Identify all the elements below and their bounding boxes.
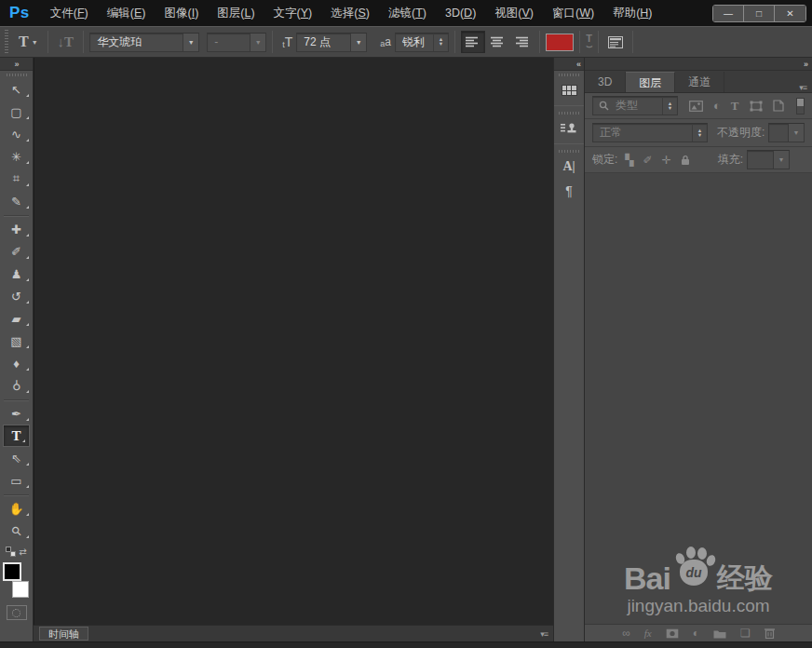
path-selection-tool[interactable]: ⇖ <box>0 447 33 469</box>
filter-toggle-switch[interactable] <box>796 98 805 115</box>
toolbar-grip[interactable] <box>0 71 33 78</box>
blend-mode-select[interactable]: 正常 ▲▼ <box>592 123 708 142</box>
menu-item-select[interactable]: 选择(S) <box>321 0 379 26</box>
paragraph-panel-button[interactable]: ¶ <box>554 179 584 203</box>
spot-healing-brush-tool[interactable]: ✚ <box>0 218 33 240</box>
warp-text-button[interactable]: T ⌣ <box>586 34 592 49</box>
font-family-select[interactable]: 华文琥珀 ▼ <box>89 33 199 52</box>
font-family-value: 华文琥珀 <box>90 34 183 50</box>
align-left-button[interactable] <box>461 31 485 53</box>
eyedropper-tool[interactable]: ✎ <box>0 190 33 212</box>
align-center-button[interactable] <box>485 31 509 53</box>
canvas-workspace[interactable] <box>34 58 553 625</box>
zoom-tool[interactable]: ⚲ <box>0 520 33 542</box>
toggle-panels-button[interactable] <box>604 36 627 48</box>
layer-filter-select[interactable]: 类型 ▲▼ <box>592 96 678 115</box>
close-button[interactable]: ✕ <box>775 6 805 21</box>
adjustment-layer-icon[interactable]: ◐ <box>693 627 699 640</box>
panel-collapse-button[interactable]: » <box>585 58 812 71</box>
adjustment-filter-icon[interactable]: ◐ <box>713 99 721 113</box>
type-tool[interactable]: T <box>3 425 30 447</box>
font-size-select[interactable]: 72 点 ▼ <box>296 33 367 52</box>
window-controls: — □ ✕ <box>712 5 806 22</box>
dock-expand-button[interactable]: « <box>554 58 584 71</box>
divider <box>47 31 48 53</box>
rectangular-marquee-tool[interactable]: ▢ <box>0 101 33 123</box>
dodge-tool[interactable]: ⚲ <box>0 374 33 397</box>
layers-panel-menu-icon[interactable]: ▾≡ <box>799 83 806 92</box>
options-grip[interactable] <box>3 30 9 54</box>
type-filter-icon[interactable]: T <box>731 99 739 114</box>
menu-item-image[interactable]: 图像(I) <box>155 0 208 26</box>
dock-grip[interactable] <box>554 109 584 116</box>
gradient-tool[interactable]: ▧ <box>0 330 33 352</box>
opacity-select[interactable]: ▼ <box>768 123 805 142</box>
maximize-button[interactable]: □ <box>744 6 775 21</box>
dock-grip[interactable] <box>554 71 584 78</box>
dock-grip[interactable] <box>554 147 584 155</box>
new-layer-icon[interactable]: ❏ <box>740 627 751 640</box>
lock-paint-icon[interactable]: ✐ <box>643 154 653 167</box>
minimize-button[interactable]: — <box>713 6 744 21</box>
magic-wand-tool[interactable]: ✳ <box>0 145 33 168</box>
tab-layers[interactable]: 图层 <box>626 72 675 92</box>
menu-item-edit[interactable]: 编辑(E) <box>98 0 156 26</box>
fill-select[interactable]: ▼ <box>747 150 790 169</box>
layers-list-empty[interactable]: Bai du 经验 jingyan.baidu.com <box>585 173 812 624</box>
toolbar-collapse-button[interactable]: » <box>0 58 33 71</box>
move-tool[interactable]: ↖ <box>0 78 33 101</box>
type-tool-preset-button[interactable]: T ▼ <box>15 34 42 50</box>
text-orientation-button[interactable]: ↓T <box>54 34 78 50</box>
link-layers-icon[interactable]: ∞ <box>622 627 630 640</box>
delete-layer-icon[interactable] <box>765 628 775 639</box>
blur-icon: ♦ <box>13 357 20 371</box>
align-right-button[interactable] <box>509 31 534 53</box>
pixel-filter-icon[interactable] <box>689 101 703 112</box>
layer-mask-icon[interactable] <box>666 628 679 639</box>
lock-buttons: ▚ ✐ ✛ <box>625 154 689 167</box>
swatches-panel-button[interactable] <box>554 78 584 102</box>
menu-item-3d[interactable]: 3D(D) <box>436 0 485 26</box>
tab-timeline[interactable]: 时间轴 <box>39 627 88 641</box>
hand-tool[interactable]: ✋ <box>0 497 33 520</box>
swap-colors-icon[interactable]: ⇄ <box>19 547 26 557</box>
menu-item-filter[interactable]: 滤镜(T) <box>379 0 436 26</box>
default-colors-icon[interactable] <box>6 547 16 557</box>
zoom-icon: ⚲ <box>8 522 24 538</box>
menu-item-file[interactable]: 文件(F) <box>41 0 98 26</box>
timeline-menu-icon[interactable]: ▾≡ <box>540 629 548 639</box>
shape-filter-icon[interactable] <box>750 101 763 112</box>
new-group-icon[interactable] <box>713 628 726 639</box>
lasso-tool[interactable]: ∿ <box>0 123 33 145</box>
clone-stamp-tool[interactable]: ♟ <box>0 263 33 285</box>
pen-tool[interactable]: ✒ <box>0 402 33 425</box>
tab-channels[interactable]: 通道 <box>675 72 724 92</box>
menu-item-help[interactable]: 帮助(H) <box>603 0 661 26</box>
menu-item-layer[interactable]: 图层(L) <box>208 0 264 26</box>
clone-stamp-icon: ♟ <box>11 267 22 281</box>
baidu-logo-bai: Bai <box>624 564 670 592</box>
eraser-tool[interactable]: ▰ <box>0 307 33 330</box>
lock-transparency-icon[interactable]: ▚ <box>625 154 633 167</box>
quick-mask-button[interactable] <box>7 605 27 620</box>
blur-tool[interactable]: ♦ <box>0 352 33 374</box>
rectangle-tool[interactable]: ▭ <box>0 469 33 492</box>
menu-item-window[interactable]: 窗口(W) <box>543 0 603 26</box>
foreground-color-swatch[interactable] <box>3 562 21 581</box>
anti-alias-select[interactable]: 锐利 ▲▼ <box>395 33 449 52</box>
layer-style-icon[interactable]: fx <box>644 628 652 639</box>
history-brush-tool[interactable]: ↺ <box>0 285 33 307</box>
menu-item-view[interactable]: 视图(V) <box>485 0 543 26</box>
text-color-swatch[interactable] <box>546 34 574 51</box>
character-panel-button[interactable]: A| <box>554 155 584 179</box>
crop-tool[interactable]: ⌗ <box>0 168 33 190</box>
tab-3d[interactable]: 3D <box>585 72 626 92</box>
font-style-select[interactable]: - ▼ <box>207 33 266 52</box>
clone-source-panel-button[interactable] <box>554 116 584 141</box>
background-color-swatch[interactable] <box>12 581 29 598</box>
brush-tool[interactable]: ✐ <box>0 240 33 263</box>
lock-all-icon[interactable] <box>681 155 690 166</box>
lock-position-icon[interactable]: ✛ <box>662 154 671 167</box>
menu-item-type[interactable]: 文字(Y) <box>264 0 322 26</box>
smart-object-filter-icon[interactable] <box>773 100 784 112</box>
